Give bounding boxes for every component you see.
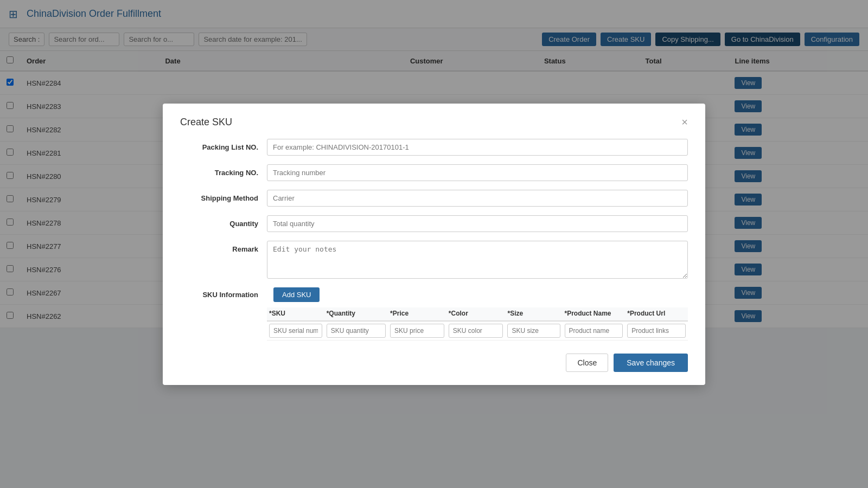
form-row-shipping_method: Shipping Method [180, 190, 688, 207]
field-input-tracking_no[interactable] [267, 164, 688, 181]
sku-input-field[interactable] [507, 324, 560, 329]
modal-overlay: Create SKU × Packing List NO.Tracking NO… [0, 0, 868, 328]
modal-close-button[interactable]: × [681, 117, 688, 127]
sku-col-header: *Product Name [563, 307, 626, 321]
sku-cell [505, 321, 562, 329]
sku-cell [563, 321, 626, 329]
field-input-quantity[interactable] [267, 215, 688, 232]
sku-input-field[interactable] [627, 324, 686, 329]
modal-header: Create SKU × [180, 117, 688, 128]
sku-col-header: *Quantity [324, 307, 388, 321]
sku-header-row: *SKU*Quantity*Price*Color*Size*Product N… [267, 307, 688, 321]
field-input-remark[interactable] [267, 241, 688, 279]
sku-input-field[interactable] [390, 324, 444, 329]
sku-col-header: *Color [446, 307, 506, 321]
form-row-remark: Remark [180, 241, 688, 279]
modal-title: Create SKU [180, 117, 232, 128]
create-sku-modal: Create SKU × Packing List NO.Tracking NO… [163, 104, 705, 329]
sku-col-header: *Product Url [625, 307, 688, 321]
form-row-tracking_no: Tracking NO. [180, 164, 688, 181]
sku-input-field[interactable] [449, 324, 503, 329]
form-row-quantity: Quantity [180, 215, 688, 232]
sku-section-header: SKU Information Add SKU [180, 287, 688, 302]
sku-cell [388, 321, 446, 329]
sku-cell [625, 321, 688, 329]
sku-table: *SKU*Quantity*Price*Color*Size*Product N… [267, 307, 688, 329]
sku-input-field[interactable] [327, 324, 386, 329]
form-row-packing_list_no: Packing List NO. [180, 139, 688, 156]
sku-cell [267, 321, 324, 329]
sku-input-field[interactable] [269, 324, 322, 329]
field-label-tracking_no: Tracking NO. [180, 164, 267, 177]
field-label-shipping_method: Shipping Method [180, 190, 267, 202]
field-label-quantity: Quantity [180, 215, 267, 228]
field-input-packing_list_no[interactable] [267, 139, 688, 156]
sku-col-header: *Price [388, 307, 446, 321]
field-input-shipping_method[interactable] [267, 190, 688, 207]
sku-section-label: SKU Information [180, 291, 267, 299]
field-label-remark: Remark [180, 241, 267, 253]
sku-input-field[interactable] [565, 324, 623, 329]
sku-col-header: *SKU [267, 307, 324, 321]
sku-cell [446, 321, 506, 329]
sku-col-header: *Size [505, 307, 562, 321]
field-label-packing_list_no: Packing List NO. [180, 139, 267, 151]
add-sku-button[interactable]: Add SKU [273, 287, 320, 302]
sku-table-wrap: *SKU*Quantity*Price*Color*Size*Product N… [267, 307, 688, 329]
sku-cell [324, 321, 388, 329]
sku-data-row [267, 321, 688, 329]
